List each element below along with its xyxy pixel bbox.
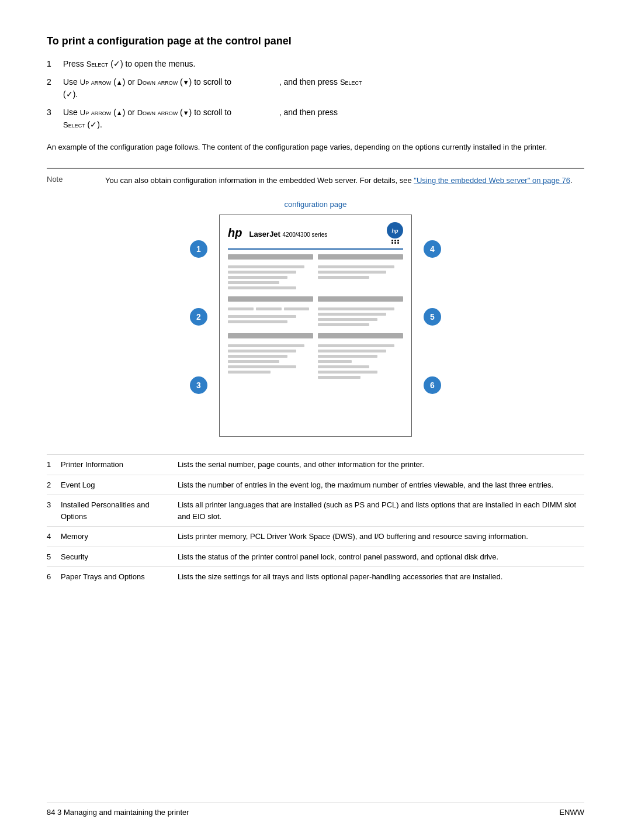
note-content: You can also obtain configuration inform… <box>105 175 584 186</box>
right-callouts: 4 5 6 <box>412 215 453 437</box>
item-num: 3 <box>47 495 61 527</box>
step-num-1: 1 <box>47 58 63 70</box>
up-arrow-icon-3 <box>116 108 123 117</box>
section-1-headers <box>228 254 403 262</box>
hp-circle-icon: hp <box>387 222 403 238</box>
item-desc: Lists the number of entries in the event… <box>178 475 584 495</box>
item-name: Installed Personalities and Options <box>61 495 178 527</box>
item-name: Security <box>61 547 178 567</box>
item-desc: Lists the size settings for all trays an… <box>178 567 584 587</box>
callout-6: 6 <box>424 376 441 394</box>
section-3-content <box>228 344 403 381</box>
step-2: 2 Use Up arrow () or Down arrow () to sc… <box>47 76 584 101</box>
down-arrow-icon-2 <box>183 77 189 87</box>
item-name: Paper Trays and Options <box>61 567 178 587</box>
select-end-2: Select <box>340 78 362 87</box>
section-3-headers <box>228 333 403 341</box>
down-arrow-cmd-2: Down arrow <box>137 78 178 87</box>
callout-1: 1 <box>190 240 207 258</box>
config-page-label: configuration page <box>47 200 584 209</box>
footer-bar: 84 3 Managing and maintaining the printe… <box>47 803 584 817</box>
item-num: 2 <box>47 475 61 495</box>
table-row: 2 Event Log Lists the number of entries … <box>47 475 584 495</box>
items-table: 1 Printer Information Lists the serial n… <box>47 454 584 587</box>
note-block: Note You can also obtain configuration i… <box>47 168 584 186</box>
page-title: To print a configuration page at the con… <box>47 35 584 47</box>
item-desc: Lists all printer languages that are ins… <box>178 495 584 527</box>
item-name: Event Log <box>61 475 178 495</box>
down-arrow-cmd-3: Down arrow <box>137 108 178 117</box>
footer-right: ENWW <box>559 808 584 817</box>
svg-text:hp: hp <box>392 228 398 234</box>
note-text: You can also obtain configuration inform… <box>105 176 414 185</box>
item-num: 6 <box>47 567 61 587</box>
step-num-2: 2 <box>47 76 63 101</box>
item-name: Memory <box>61 527 178 547</box>
callout-3: 3 <box>190 376 207 394</box>
callout-5: 5 <box>424 308 441 326</box>
diagram-area: 1 2 3 hp LaserJet 4200/4300 series hp <box>47 215 584 437</box>
step-3: 3 Use Up arrow () or Down arrow () to sc… <box>47 106 584 131</box>
left-callouts: 1 2 3 <box>178 215 219 437</box>
item-desc: Lists the status of the printer control … <box>178 547 584 567</box>
section-1-content <box>228 265 403 292</box>
step-text-3: Use Up arrow () or Down arrow () to scro… <box>63 106 584 131</box>
config-page-box: hp LaserJet 4200/4300 series hp <box>219 215 412 437</box>
para-text: An example of the configuration page fol… <box>47 141 584 154</box>
item-desc: Lists the serial number, page counts, an… <box>178 455 584 475</box>
callout-2: 2 <box>190 308 207 326</box>
table-row: 1 Printer Information Lists the serial n… <box>47 455 584 475</box>
hp-logo: hp <box>228 226 242 240</box>
step-text-2: Use Up arrow () or Down arrow () to scro… <box>63 76 584 101</box>
item-num: 1 <box>47 455 61 475</box>
hp-header: hp LaserJet 4200/4300 series hp <box>228 222 403 244</box>
step-1: 1 Press Select (✓) to open the menus. <box>47 58 584 70</box>
item-num: 4 <box>47 527 61 547</box>
callout-4: 4 <box>424 240 441 258</box>
section-2-headers <box>228 296 403 304</box>
table-row: 6 Paper Trays and Options Lists the size… <box>47 567 584 587</box>
item-num: 5 <box>47 547 61 567</box>
up-arrow-cmd-2: Up arrow <box>80 78 112 87</box>
select-cmd-1: Select <box>86 60 109 68</box>
hp-series: 4200/4300 series <box>283 231 328 238</box>
down-arrow-icon-3 <box>183 108 189 117</box>
note-end: . <box>570 176 573 185</box>
section-2-content <box>228 307 403 329</box>
hp-divider <box>228 248 403 250</box>
note-link[interactable]: "Using the embedded Web server" on page … <box>414 176 570 185</box>
table-row: 4 Memory Lists printer memory, PCL Drive… <box>47 527 584 547</box>
select-end-3: Select <box>63 120 85 129</box>
item-name: Printer Information <box>61 455 178 475</box>
hp-product-name: LaserJet 4200/4300 series <box>249 230 327 238</box>
item-desc: Lists printer memory, PCL Driver Work Sp… <box>178 527 584 547</box>
step-text-1: Press Select (✓) to open the menus. <box>63 58 584 70</box>
note-label: Note <box>47 175 105 186</box>
table-row: 5 Security Lists the status of the print… <box>47 547 584 567</box>
steps-list: 1 Press Select (✓) to open the menus. 2 … <box>47 58 584 131</box>
step-num-3: 3 <box>47 106 63 131</box>
up-arrow-cmd-3: Up arrow <box>80 108 112 117</box>
up-arrow-icon-2 <box>116 77 123 87</box>
footer-left: 84 3 Managing and maintaining the printe… <box>47 808 189 817</box>
table-row: 3 Installed Personalities and Options Li… <box>47 495 584 527</box>
